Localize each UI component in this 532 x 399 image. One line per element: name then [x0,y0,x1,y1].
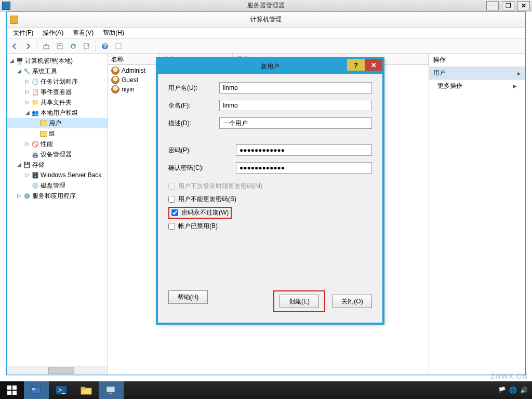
tree-task-scheduler[interactable]: ▷ 🕒 任务计划程序 [7,76,108,87]
tray-network-icon[interactable]: 🌐 [509,387,517,394]
fullname-input[interactable] [219,100,372,111]
tree-windows-server-backup[interactable]: ▷ 🗄️ Windows Server Back [7,170,108,180]
password-never-expires-label: 密码永不过期(W) [181,208,229,217]
folder-icon [80,385,92,395]
menu-view[interactable]: 查看(V) [69,28,98,38]
tray-flag-icon[interactable]: 🏳️ [498,387,506,394]
collapse-icon[interactable]: ◢ [24,108,30,117]
navigation-tree[interactable]: ◢ 🖥️ 计算机管理(本地) ◢ 🔧 系统工具 ▷ 🕒 任务计划程序 ▷ 📋 事… [7,54,108,375]
chevron-right-icon: ▶ [513,83,517,89]
username-input[interactable] [219,82,372,94]
password-input[interactable] [236,144,372,156]
tree-root[interactable]: ◢ 🖥️ 计算机管理(本地) [7,56,108,66]
actions-panel: 操作 用户 ▲ 更多操作 ▶ [429,54,525,375]
dialog-title: 新用户 [261,62,280,71]
cannot-change-password-checkbox[interactable] [168,196,175,203]
collapse-icon[interactable]: ◢ [16,160,22,169]
parent-maximize-button[interactable]: ❐ [502,1,514,10]
user-icon [111,66,119,75]
taskbar-server-manager[interactable] [24,381,49,399]
expand-icon[interactable]: ▷ [24,98,30,107]
svg-rect-10 [7,391,11,395]
taskbar: >_ 🏳️ 🌐 🔊 [0,381,532,399]
start-button[interactable] [0,381,24,399]
tree-disk-management[interactable]: 💿 磁盘管理 [7,180,108,191]
expand-icon[interactable]: ▷ [16,191,22,201]
menu-action[interactable]: 操作(A) [38,28,68,38]
tree-device-manager[interactable]: 🖨️ 设备管理器 [7,149,108,159]
system-tray[interactable]: 🏳️ 🌐 🔊 [498,387,532,394]
tree-storage[interactable]: ◢ 💾 存储 [7,159,108,170]
clock-icon: 🕒 [31,77,39,86]
svg-point-3 [71,44,75,48]
taskbar-computer-management[interactable] [99,381,124,399]
help-button-toolbar[interactable]: ? [99,41,111,52]
confirm-password-input[interactable] [236,162,372,174]
username-label: 用户名(U): [168,84,219,92]
cannot-change-password-row[interactable]: 用户不能更改密码(S) [168,193,372,206]
tree-shared-folders[interactable]: ▷ 📁 共享文件夹 [7,97,108,108]
nav-back-button[interactable] [9,41,20,52]
collapse-icon[interactable]: ◢ [16,66,22,76]
users-groups-icon: 👥 [31,109,39,117]
account-disabled-row[interactable]: 帐户已禁用(B) [168,220,372,233]
tree-performance[interactable]: ▷ 🚫 性能 [7,139,108,149]
menu-help[interactable]: 帮助(H) [99,28,128,38]
properties-button[interactable] [54,41,65,52]
tray-sound-icon[interactable]: 🔊 [520,387,528,394]
menu-file[interactable]: 文件(F) [9,28,37,38]
refresh-button[interactable] [68,41,79,52]
user-icon [111,76,119,84]
dialog-close-button[interactable]: ✕ [365,59,382,71]
close-button[interactable]: 关闭(O) [332,295,372,308]
up-level-button[interactable] [41,41,52,52]
computer-icon [105,385,117,395]
expand-icon[interactable]: ▷ [24,87,30,97]
column-name[interactable]: 名称 [108,54,160,64]
dialog-help-button[interactable]: ? [347,59,365,71]
server-manager-icon [2,2,10,10]
taskbar-explorer[interactable] [74,381,99,399]
create-button[interactable]: 创建(E) [280,295,319,308]
tree-label: 用户 [49,118,61,128]
must-change-password-checkbox [168,183,175,190]
collapse-icon[interactable]: ◢ [9,56,15,65]
account-disabled-checkbox[interactable] [168,223,175,230]
password-never-expires-checkbox[interactable] [171,209,178,216]
expand-icon[interactable]: ▷ [24,77,30,86]
actions-header: 操作 [429,54,525,67]
tree-label: 共享文件夹 [41,98,72,107]
svg-rect-13 [32,388,35,390]
tree-label: 磁盘管理 [41,181,65,190]
export-button[interactable] [81,41,92,52]
tree-groups[interactable]: 组 [7,128,108,139]
tools-icon: 🔧 [23,67,31,75]
parent-minimize-button[interactable]: — [486,1,499,10]
tree-event-viewer[interactable]: ▷ 📋 事件查看器 [7,87,108,97]
folder-icon [39,129,48,138]
nav-forward-button[interactable] [22,41,34,52]
description-input[interactable] [219,117,372,129]
actions-users-section[interactable]: 用户 ▲ [429,67,525,79]
tree-system-tools[interactable]: ◢ 🔧 系统工具 [7,66,108,76]
taskbar-powershell[interactable]: >_ [49,381,74,399]
actions-more[interactable]: 更多操作 ▶ [429,79,525,92]
dialog-titlebar[interactable]: 新用户 ? ✕ [158,59,382,74]
parent-close-button[interactable]: ✕ [517,1,530,10]
horizontal-scrollbar[interactable] [7,366,108,375]
tree-local-users-groups[interactable]: ◢ 👥 本地用户和组 [7,108,108,118]
folder-icon [39,119,48,127]
tree-services-apps[interactable]: ▷ ⚙️ 服务和应用程序 [7,191,108,201]
description-label: 描述(D): [168,119,219,128]
confirm-password-label: 确认密码(C): [168,164,236,172]
svg-rect-19 [109,393,112,394]
expand-icon[interactable]: ▷ [24,170,30,180]
tree-users[interactable]: 用户 [7,118,108,128]
collapse-up-icon: ▲ [516,70,521,76]
help-button[interactable]: 帮助(H) [168,290,208,304]
device-icon: 🖨️ [31,150,39,158]
expand-icon[interactable]: ▷ [24,139,30,149]
tree-label: 服务和应用程序 [32,191,76,201]
toolbar-extra-button[interactable] [113,41,124,52]
scrollbar-thumb[interactable] [48,367,74,374]
